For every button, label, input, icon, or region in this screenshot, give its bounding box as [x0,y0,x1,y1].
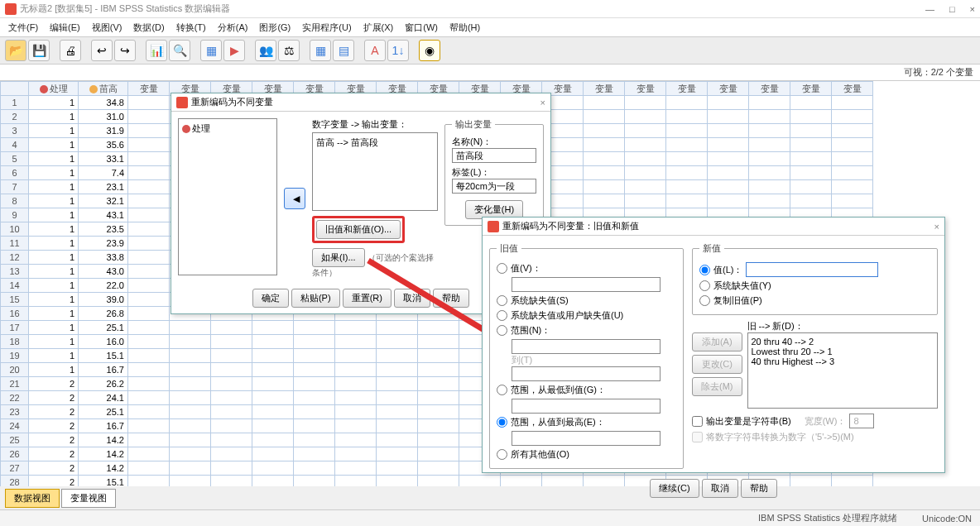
remove-button[interactable]: 除去(M) [692,377,742,396]
visible-vars-bar: 可视：2/2 个变量 [0,65,980,81]
range-high-radio[interactable] [497,417,507,428]
paste-button[interactable]: 粘贴(P) [291,289,340,308]
old-value-heading: 旧值 [497,242,521,255]
menu-item[interactable]: 编辑(E) [45,20,85,36]
close-icon[interactable]: × [934,222,939,232]
tab-variable-view[interactable]: 变量视图 [61,489,116,508]
print-icon[interactable]: 🖨 [60,40,81,61]
chart-icon[interactable]: 👥 [255,40,276,61]
target-icon[interactable]: ◉ [419,40,440,61]
list-item[interactable]: 40 thru Highest --> 3 [752,356,934,366]
list-item[interactable]: 处理 [192,123,210,133]
name-field[interactable] [452,148,536,163]
menu-item[interactable]: 视图(V) [87,20,127,36]
copy-old-radio[interactable] [699,295,710,306]
source-var-list[interactable]: 处理 [178,118,277,275]
visible-vars-text: 可视：2/2 个变量 [904,66,973,79]
vars-icon[interactable]: ▦ [200,40,222,61]
range-to-label: 到(T) [512,354,676,366]
menu-item[interactable]: 分析(A) [213,20,253,36]
output-string-check[interactable] [692,416,703,427]
new-value-input[interactable] [746,262,878,277]
width-input [849,414,874,428]
grid1-icon[interactable]: ▦ [310,40,331,61]
menu-item[interactable]: 帮助(H) [444,20,485,36]
open-icon[interactable]: 📂 [5,40,26,61]
value-icon[interactable]: 1↓ [387,40,409,61]
range-high-input[interactable] [512,431,661,446]
view-tabs: 数据视图 变量视图 [5,489,116,508]
output-var-list[interactable]: 苗高 --> 苗高段 [312,132,438,211]
new-value-radio[interactable] [699,265,710,275]
reset-button[interactable]: 重置(R) [343,289,392,308]
find-icon[interactable]: 🔍 [169,40,190,61]
nominal-icon [182,125,190,133]
window-titlebar: 无标题2 [数据集5] - IBM SPSS Statistics 数据编辑器 … [0,0,980,18]
range-low-radio[interactable] [497,385,507,395]
list-item[interactable]: 苗高 --> 苗高段 [316,137,378,147]
range-low-input[interactable] [512,399,661,414]
help-button[interactable]: 帮助 [433,289,469,308]
app-icon [5,3,17,15]
label-field[interactable] [452,179,536,194]
list-item[interactable]: Lowest thru 20 --> 1 [752,347,934,356]
convert-numeric-check [692,432,703,442]
new-sysmis-radio[interactable] [699,280,710,291]
undo-icon[interactable]: ↩ [91,40,113,61]
cancel-button[interactable]: 取消 [394,289,430,308]
if-button[interactable]: 如果(I)... [312,248,365,267]
run-icon[interactable]: ▶ [223,40,245,61]
mapping-list[interactable]: 20 thru 40 --> 2Lowest thru 20 --> 140 t… [747,332,939,409]
menu-item[interactable]: 图形(G) [254,20,295,36]
close-button[interactable]: × [970,4,975,14]
cancel-button[interactable]: 取消 [702,479,738,498]
maximize-button[interactable]: □ [949,4,955,14]
menu-item[interactable]: 转换(T) [171,20,211,36]
window-title: 无标题2 [数据集5] - IBM SPSS Statistics 数据编辑器 [20,2,230,15]
help-button[interactable]: 帮助 [741,479,777,498]
app-icon [488,221,499,232]
numeric-output-label: 数字变量 -> 输出变量： [312,118,438,131]
menu-item[interactable]: 实用程序(U) [297,20,356,36]
change-button[interactable]: 更改(C) [692,355,742,374]
toolbar: 📂 💾 🖨 ↩ ↪ 📊 🔍 ▦ ▶ 👥 ⚖ ▦ ▤ A 1↓ ◉ [0,36,980,65]
new-value-heading: 新值 [699,242,724,255]
value-radio[interactable] [497,263,507,274]
minimize-button[interactable]: — [925,4,934,14]
continue-button[interactable]: 继续(C) [650,479,699,498]
menu-item[interactable]: 扩展(X) [358,20,399,36]
status-unicode: Unicode:ON [922,514,972,524]
output-var-heading: 输出变量 [452,118,495,131]
label-label: 标签(L)： [452,166,536,179]
list-item[interactable]: 20 thru 40 --> 2 [752,337,934,347]
range-from-input[interactable] [512,339,661,354]
close-icon[interactable]: × [540,98,545,108]
add-button[interactable]: 添加(A) [692,332,742,351]
new-value-group: 新值 值(L)： 系统缺失值(Y) 复制旧值(P) [692,242,938,315]
menu-item[interactable]: 文件(F) [3,20,43,36]
goto-icon[interactable]: 📊 [146,40,167,61]
tab-data-view[interactable]: 数据视图 [5,489,60,508]
menu-item[interactable]: 数据(D) [128,20,169,36]
menu-item[interactable]: 窗口(W) [400,20,443,36]
grid2-icon[interactable]: ▤ [333,40,354,61]
old-new-values-button[interactable]: 旧值和新值(O)... [316,220,401,239]
all-other-radio[interactable] [497,449,507,460]
dialog-title: 重新编码为不同变量 [191,96,273,108]
old-value-group: 旧值 值(V)： 系统缺失值(S) 系统缺失值或用户缺失值(U) 范围(N)： … [489,242,684,469]
ok-button[interactable]: 确定 [252,289,289,308]
output-var-group: 输出变量 名称(N)： 标签(L)： 变化量(H) [444,118,544,226]
range-to-input[interactable] [512,366,661,381]
status-message: IBM SPSS Statistics 处理程序就绪 [758,512,897,524]
redo-icon[interactable]: ↪ [114,40,136,61]
name-label: 名称(N)： [452,136,536,148]
sysmis-radio[interactable] [497,295,507,306]
save-icon[interactable]: 💾 [28,40,50,61]
weight-icon[interactable]: ⚖ [278,40,300,61]
sys-user-mis-radio[interactable] [497,310,507,321]
range-radio[interactable] [497,325,507,336]
label-icon[interactable]: A [364,40,386,61]
value-input[interactable] [512,277,661,292]
menubar: 文件(F)编辑(E)视图(V)数据(D)转换(T)分析(A)图形(G)实用程序(… [0,18,980,36]
move-left-button[interactable]: ◀ [284,188,305,209]
